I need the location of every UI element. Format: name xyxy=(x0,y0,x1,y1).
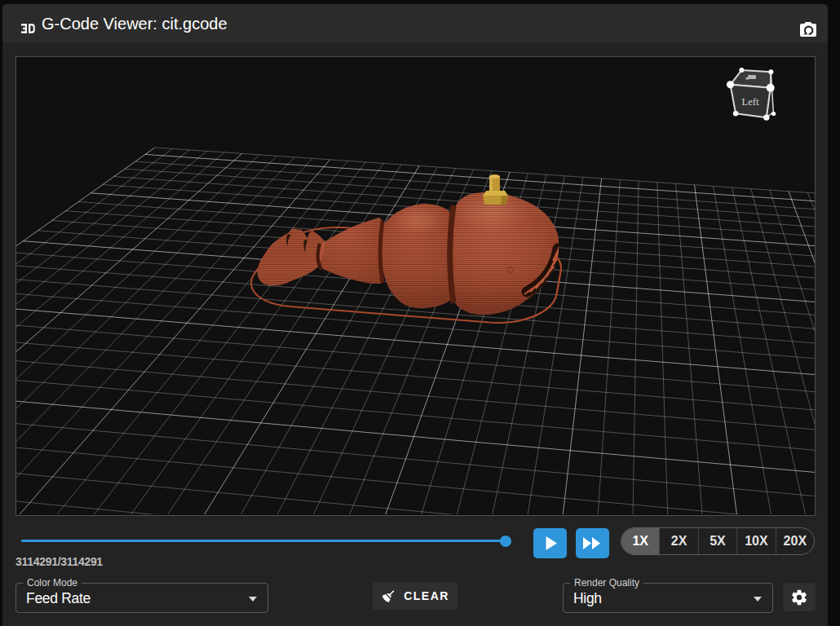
svg-text:Left: Left xyxy=(742,96,759,108)
